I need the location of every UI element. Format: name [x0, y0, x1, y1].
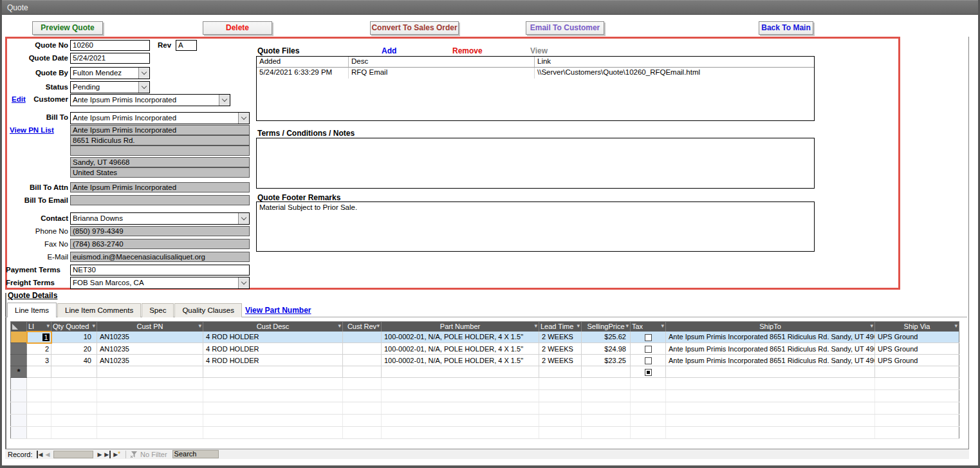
chevron-down-icon[interactable]: [219, 95, 230, 106]
grid-cell-selling-price[interactable]: [582, 366, 631, 378]
search-input[interactable]: Search: [172, 450, 219, 458]
grid-cell-qty[interactable]: 40: [51, 355, 97, 366]
grid-new-row[interactable]: *: [11, 366, 959, 378]
grid-cell-lead-time[interactable]: 2 WEEKS: [539, 332, 582, 343]
quote-no-input[interactable]: 10260: [70, 40, 150, 51]
filter-arrow-icon[interactable]: ▾: [954, 323, 957, 329]
grid-cell-selling-price[interactable]: $23.25: [582, 355, 631, 366]
file-link-cell[interactable]: \\Server\Customers\Quote\10260_RFQEmail.…: [535, 68, 814, 79]
grid-cell-cust-rev[interactable]: [343, 332, 382, 343]
view-pn-list-link[interactable]: View PN List: [10, 126, 54, 134]
grid-cell-ship-via[interactable]: UPS Ground: [875, 355, 959, 366]
grid-cell-tax[interactable]: [631, 366, 666, 378]
quote-files-view-link[interactable]: View: [530, 46, 548, 55]
grid-col-cust-rev[interactable]: Cust Rev▾: [343, 322, 382, 332]
tab-line-items[interactable]: Line Items: [7, 303, 57, 317]
grid-cell-cust-rev[interactable]: [343, 366, 382, 378]
grid-cell-cust-desc[interactable]: 4 ROD HOLDER: [203, 355, 343, 366]
files-col-added[interactable]: Added: [257, 57, 349, 67]
grid-cell-part-number[interactable]: 100-0002-01, N/A, POLE HOLDER, 4 X 1.5": [382, 343, 539, 355]
last-record-button[interactable]: ▶: [104, 451, 111, 458]
quote-files-row[interactable]: 5/24/2021 6:33:29 PM RFQ Email \\Server\…: [257, 68, 814, 79]
grid-cell-ship-via[interactable]: UPS Ground: [875, 343, 959, 355]
filter-arrow-icon[interactable]: ▾: [534, 323, 537, 329]
grid-col-selling-price[interactable]: SellingPrice▾: [582, 322, 631, 332]
grid-cell-qty[interactable]: [51, 366, 97, 378]
grid-col-tax[interactable]: Tax▾: [631, 322, 666, 332]
grid-cell-cust-pn[interactable]: AN10235: [97, 343, 203, 355]
grid-cell-lead-time[interactable]: 2 WEEKS: [539, 343, 582, 355]
grid-cell-li[interactable]: 2: [27, 343, 51, 355]
grid-cell-qty[interactable]: 20: [51, 343, 97, 355]
filter-arrow-icon[interactable]: ▾: [661, 323, 664, 329]
grid-row-3[interactable]: 3 40 AN10235 4 ROD HOLDER 100-0002-01, N…: [11, 355, 959, 366]
first-record-button[interactable]: ◀: [37, 451, 43, 458]
grid-cell-part-number[interactable]: 100-0002-01, N/A, POLE HOLDER, 4 X 1.5": [382, 332, 539, 343]
grid-row-1[interactable]: 1 10 AN10235 4 ROD HOLDER 100-0002-01, N…: [11, 332, 959, 343]
grid-row-2[interactable]: 2 20 AN10235 4 ROD HOLDER 100-0002-01, N…: [11, 343, 959, 355]
grid-col-qty-quoted[interactable]: Qty Quoted▾: [51, 322, 97, 332]
filter-arrow-icon[interactable]: ▾: [338, 323, 341, 329]
files-col-link[interactable]: Link: [535, 57, 814, 67]
grid-cell-selling-price[interactable]: $25.62: [582, 332, 631, 343]
grid-cell-lead-time[interactable]: 2 WEEKS: [539, 355, 582, 366]
contact-select[interactable]: Brianna Downs: [70, 212, 250, 225]
files-col-desc[interactable]: Desc: [349, 57, 535, 67]
grid-cell-cust-pn[interactable]: AN10235: [97, 332, 203, 343]
grid-cell-ship-to[interactable]: Ante Ipsum Primis Incorporated 8651 Ridi…: [666, 332, 875, 343]
grid-cell-li[interactable]: 3: [27, 355, 51, 366]
grid-cell-cust-desc[interactable]: [203, 366, 343, 378]
grid-cell-ship-to[interactable]: [666, 366, 875, 378]
file-desc-cell[interactable]: RFQ Email: [349, 68, 535, 79]
quote-files-remove-link[interactable]: Remove: [452, 46, 483, 55]
file-added-cell[interactable]: 5/24/2021 6:33:29 PM: [257, 68, 349, 79]
grid-cell-qty[interactable]: 10: [51, 332, 97, 343]
grid-cell-ship-via[interactable]: UPS Ground: [875, 332, 959, 343]
tab-quality-clauses[interactable]: Quality Clauses: [174, 303, 242, 317]
new-record-selector[interactable]: *: [11, 366, 27, 378]
tab-line-item-comments[interactable]: Line Item Comments: [57, 303, 141, 317]
tab-spec[interactable]: Spec: [142, 303, 174, 317]
rev-input[interactable]: A: [176, 40, 197, 51]
grid-cell-cust-desc[interactable]: 4 ROD HOLDER: [203, 343, 343, 355]
bill-to-select[interactable]: Ante Ipsum Primis Incorporated: [70, 112, 250, 124]
grid-col-ship-via[interactable]: Ship Via▾: [875, 322, 959, 332]
grid-cell-cust-desc[interactable]: 4 ROD HOLDER: [203, 332, 343, 343]
grid-cell-selling-price[interactable]: $24.98: [582, 343, 631, 355]
chevron-down-icon[interactable]: [138, 68, 149, 79]
delete-button[interactable]: Delete: [203, 21, 272, 35]
grid-cell-part-number[interactable]: 100-0002-01, N/A, POLE HOLDER, 4 X 1.5": [382, 355, 539, 366]
chevron-down-icon[interactable]: [238, 277, 249, 288]
grid-cell-tax[interactable]: [631, 355, 666, 366]
grid-cell-cust-rev[interactable]: [343, 355, 382, 366]
grid-col-cust-desc[interactable]: Cust Desc▾: [203, 322, 343, 332]
chevron-down-icon[interactable]: [238, 113, 249, 124]
payment-terms-input[interactable]: NET30: [70, 265, 250, 276]
grid-cell-ship-to[interactable]: Ante Ipsum Primis Incorporated 8651 Ridi…: [666, 355, 875, 366]
no-filter-button[interactable]: No Filter: [130, 451, 167, 458]
convert-to-sales-order-button[interactable]: Convert To Sales Order: [370, 21, 459, 35]
row-selector-current[interactable]: [11, 332, 27, 343]
grid-cell-part-number[interactable]: [382, 366, 539, 378]
grid-cell-cust-pn[interactable]: AN10235: [97, 355, 203, 366]
email-to-customer-button[interactable]: Email To Customer: [526, 21, 604, 35]
tax-checkbox[interactable]: [645, 334, 652, 341]
grid-col-cust-pn[interactable]: Cust PN▾: [97, 322, 203, 332]
filter-arrow-icon[interactable]: ▾: [92, 323, 95, 329]
grid-cell-li[interactable]: 1: [27, 332, 51, 343]
grid-cell-ship-to[interactable]: Ante Ipsum Primis Incorporated 8651 Ridi…: [666, 343, 875, 355]
grid-col-part-number[interactable]: Part Number▾: [382, 322, 539, 332]
status-select[interactable]: Pending: [70, 81, 150, 93]
grid-cell-cust-pn[interactable]: [97, 366, 203, 378]
quote-files-add-link[interactable]: Add: [382, 46, 396, 55]
quote-by-select[interactable]: Fulton Mendez: [70, 67, 150, 79]
grid-col-li[interactable]: LI▾: [27, 322, 51, 332]
grid-cell-tax[interactable]: [631, 332, 666, 343]
grid-col-ship-to[interactable]: ShipTo▾: [666, 322, 875, 332]
grid-col-lead-time[interactable]: Lead Time▾: [539, 322, 582, 332]
filter-arrow-icon[interactable]: ▾: [870, 323, 873, 329]
grid-cell-ship-via[interactable]: [875, 366, 959, 378]
customer-select[interactable]: Ante Ipsum Primis Incorporated: [70, 94, 230, 106]
grid-cell-tax[interactable]: [631, 343, 666, 355]
freight-terms-select[interactable]: FOB San Marcos, CA: [70, 277, 250, 289]
